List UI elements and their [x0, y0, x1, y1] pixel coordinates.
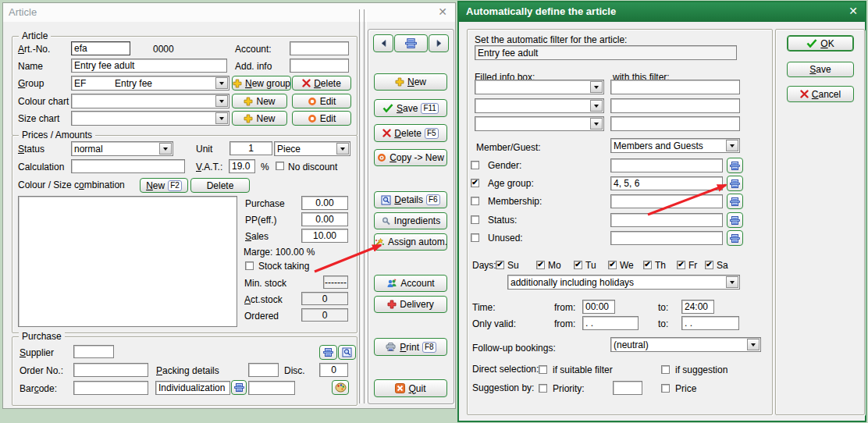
chevron-down-icon[interactable] — [215, 112, 228, 124]
day-su-checkbox[interactable] — [496, 261, 504, 269]
close-icon[interactable]: ✕ — [438, 5, 447, 18]
info-box-dropdown-2[interactable] — [475, 98, 604, 113]
next-record-button[interactable] — [429, 34, 449, 52]
disc-input[interactable]: 0 — [319, 363, 348, 377]
ingredients-button[interactable]: Ingredients — [374, 212, 447, 229]
artno-input[interactable]: efa — [71, 41, 130, 55]
age-group-checkbox[interactable] — [471, 179, 479, 187]
previous-record-button[interactable] — [373, 34, 393, 52]
if-suitable-filter-checkbox[interactable] — [539, 365, 547, 374]
stock-taking-checkbox[interactable] — [245, 261, 254, 270]
chevron-down-icon[interactable] — [590, 118, 603, 130]
no-discount-checkbox[interactable] — [276, 162, 284, 170]
purchase-price-input[interactable]: 0.00 — [301, 196, 348, 210]
cancel-button[interactable]: Cancel — [787, 86, 854, 102]
member-guest-dropdown[interactable]: Members and Guests — [610, 138, 740, 153]
new-group-button[interactable]: New group — [232, 76, 291, 91]
chevron-down-icon[interactable] — [159, 143, 172, 155]
info-filter-input-3[interactable] — [610, 116, 740, 131]
price-checkbox[interactable] — [661, 384, 670, 393]
info-filter-input-2[interactable] — [610, 98, 740, 113]
details-button[interactable]: Details F6 — [374, 191, 447, 208]
new-combination-button[interactable]: New F2 — [140, 178, 188, 193]
vat-input[interactable]: 19.0 — [229, 159, 255, 173]
delivery-button[interactable]: Delivery — [374, 296, 447, 313]
holidays-dropdown[interactable]: additionally including holidays — [507, 275, 740, 290]
chevron-down-icon[interactable] — [336, 143, 349, 155]
day-mo-checkbox[interactable] — [536, 261, 545, 269]
status-filter-input[interactable] — [610, 213, 723, 227]
quit-button[interactable]: Quit — [374, 379, 447, 397]
age-group-input[interactable]: 4, 5, 6 — [610, 176, 723, 190]
membership-input[interactable] — [610, 194, 723, 208]
info-box-dropdown-3[interactable] — [475, 116, 604, 131]
ppeff-input[interactable]: 0.00 — [301, 212, 348, 226]
day-sa-checkbox[interactable] — [705, 261, 713, 269]
chevron-down-icon[interactable] — [215, 77, 228, 89]
new-size-chart-button[interactable]: New — [232, 111, 287, 126]
edit-size-chart-button[interactable]: Edit — [292, 111, 351, 126]
barcode-input[interactable] — [73, 381, 148, 395]
day-fr-checkbox[interactable] — [677, 261, 685, 269]
individualization-extra-input[interactable] — [248, 381, 295, 395]
status-list-button[interactable] — [727, 212, 743, 228]
close-icon[interactable]: ✕ — [848, 5, 858, 17]
copy-to-new-button[interactable]: Copy -> New — [374, 149, 447, 166]
record-list-button[interactable] — [394, 34, 428, 52]
print-button[interactable]: Print F8 — [374, 338, 447, 356]
day-th-checkbox[interactable] — [643, 261, 652, 269]
calculation-input[interactable] — [71, 159, 185, 173]
valid-from-input[interactable]: . . — [582, 316, 639, 330]
individualization-list-button[interactable] — [231, 380, 247, 395]
delete-combination-button[interactable]: Delete — [190, 178, 250, 193]
unit-input[interactable]: 1 — [229, 141, 272, 155]
supplier-list-button[interactable] — [319, 345, 337, 360]
new-article-button[interactable]: New — [374, 73, 447, 91]
membership-checkbox[interactable] — [471, 197, 479, 205]
membership-list-button[interactable] — [727, 194, 743, 209]
unused-checkbox[interactable] — [471, 233, 479, 242]
priority-input[interactable] — [613, 381, 642, 395]
chevron-down-icon[interactable] — [215, 95, 228, 107]
delete-group-button[interactable]: Delete — [292, 76, 351, 91]
time-from-input[interactable]: 00:00 — [582, 300, 615, 314]
if-suggestion-checkbox[interactable] — [661, 365, 670, 374]
ok-button[interactable]: OK — [787, 35, 854, 52]
colour-size-combination-list[interactable] — [18, 196, 237, 327]
article-titlebar[interactable]: Article ✕ — [3, 3, 455, 22]
status-dropdown[interactable]: normal — [71, 141, 173, 156]
chevron-down-icon[interactable] — [590, 81, 603, 93]
supplier-search-button[interactable] — [338, 345, 356, 360]
unit-type-dropdown[interactable]: Piece — [274, 141, 350, 156]
chevron-down-icon[interactable] — [590, 100, 603, 112]
colour-chart-dropdown[interactable] — [71, 94, 229, 108]
gender-list-button[interactable] — [727, 158, 743, 173]
chevron-down-icon[interactable] — [726, 140, 738, 151]
unused-input[interactable] — [610, 231, 723, 245]
name-input[interactable]: Entry fee adult — [71, 59, 227, 73]
status-checkbox[interactable] — [471, 215, 479, 224]
gender-checkbox[interactable] — [471, 161, 479, 169]
unused-list-button[interactable] — [727, 230, 743, 246]
save-filter-button[interactable]: Save — [787, 62, 854, 77]
save-button[interactable]: Save F11 — [374, 99, 447, 117]
delete-article-button[interactable]: Delete F5 — [374, 124, 447, 142]
time-to-input[interactable]: 24:00 — [681, 300, 714, 314]
valid-to-input[interactable]: . . — [681, 316, 739, 330]
min-stock-input[interactable]: ------- — [323, 275, 348, 289]
edit-colour-chart-button[interactable]: Edit — [292, 94, 351, 108]
age-group-list-button[interactable] — [727, 176, 743, 191]
auto-define-titlebar[interactable]: Automatically define the article ✕ — [459, 2, 865, 22]
size-chart-dropdown[interactable] — [71, 111, 229, 126]
supplier-input[interactable] — [73, 345, 114, 358]
packing-input[interactable] — [248, 363, 279, 377]
priority-checkbox[interactable] — [539, 384, 547, 393]
day-we-checkbox[interactable] — [608, 261, 617, 269]
addinfo-input[interactable] — [290, 59, 349, 73]
chevron-down-icon[interactable] — [726, 276, 738, 288]
chevron-down-icon[interactable] — [747, 339, 760, 350]
account-input[interactable] — [290, 41, 349, 55]
info-filter-input-1[interactable] — [610, 80, 740, 94]
sales-input[interactable]: 10.00 — [301, 229, 348, 243]
assign-autom-button[interactable]: Assign autom. — [374, 233, 447, 251]
